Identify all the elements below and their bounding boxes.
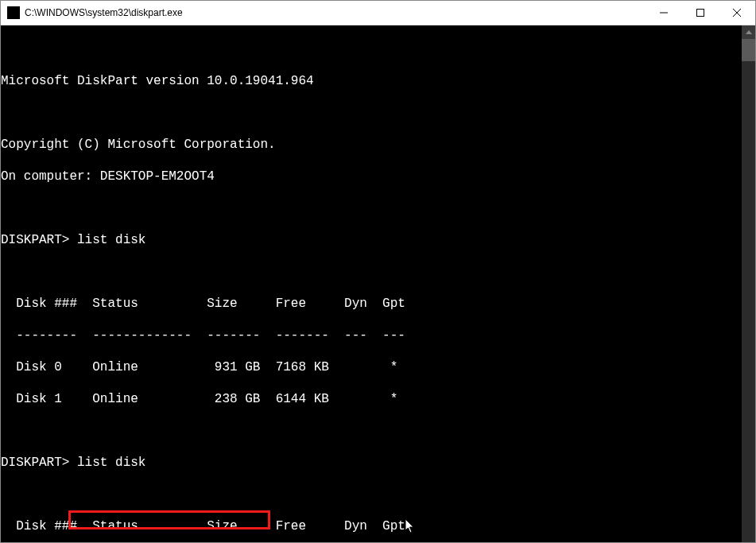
blank-line [1,41,742,57]
mouse-cursor-icon [405,519,415,533]
close-button[interactable] [719,1,755,25]
output-line [1,200,742,216]
titlebar[interactable]: C:\WINDOWS\system32\diskpart.exe [1,1,755,25]
table-header: Disk ### Status Size Free Dyn Gpt [1,296,742,312]
table-row: Disk 0 Online 931 GB 7168 KB * [1,359,742,375]
svg-rect-0 [697,10,704,17]
output-line [1,487,742,502]
window-controls [646,1,755,25]
output-line: DISKPART> list disk [1,455,742,471]
minimize-button[interactable] [646,1,682,25]
scroll-thumb[interactable] [742,39,755,61]
scroll-up-arrow-icon[interactable] [742,25,755,39]
console-area[interactable]: Microsoft DiskPart version 10.0.19041.96… [1,25,755,542]
window-title: C:\WINDOWS\system32\diskpart.exe [25,7,183,18]
output-line [1,264,742,280]
table-header: Disk ### Status Size Free Dyn Gpt [1,518,742,534]
output-line: DISKPART> list disk [1,232,742,248]
app-window: C:\WINDOWS\system32\diskpart.exe Microso… [0,0,756,543]
vertical-scrollbar[interactable] [742,25,755,542]
table-row: Disk 1 Online 238 GB 6144 KB * [1,391,742,407]
table-divider: -------- ------------- ------- ------- -… [1,328,742,343]
titlebar-left: C:\WINDOWS\system32\diskpart.exe [1,6,183,19]
output-line [1,423,742,439]
output-line [1,105,742,121]
output-line: Microsoft DiskPart version 10.0.19041.96… [1,73,742,89]
maximize-button[interactable] [682,1,719,25]
app-icon [7,6,20,19]
output-line: On computer: DESKTOP-EM2OOT4 [1,169,742,184]
output-line: Copyright (C) Microsoft Corporation. [1,137,742,153]
console-content: Microsoft DiskPart version 10.0.19041.96… [1,25,742,542]
